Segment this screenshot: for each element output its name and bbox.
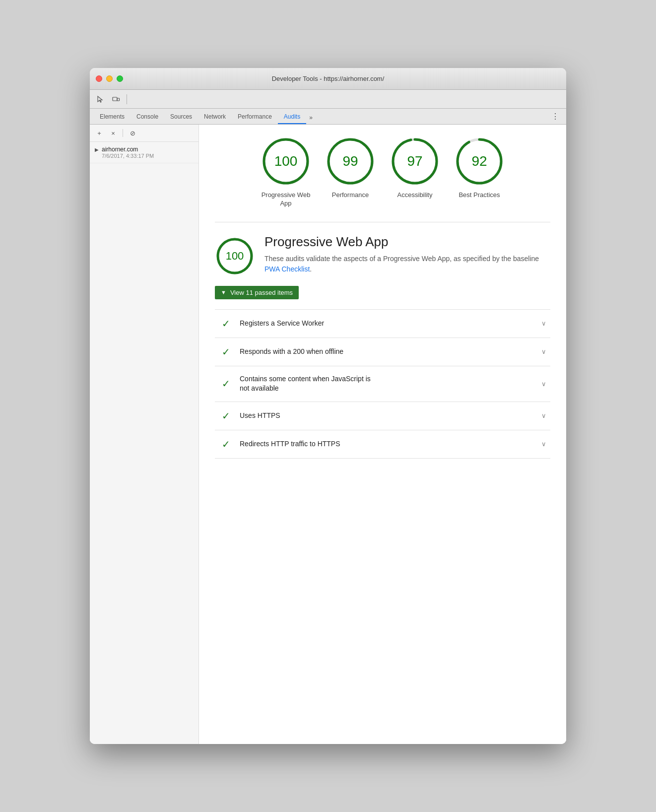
- audit-item-4[interactable]: ✓ Redirects HTTP traffic to HTTPS ∨: [215, 430, 550, 459]
- pwa-description: Progressive Web App These audits validat…: [264, 234, 550, 274]
- audit-item-2[interactable]: ✓ Contains some content when JavaScript …: [215, 366, 550, 402]
- score-label-1: Performance: [332, 191, 369, 200]
- title-bar: Developer Tools - https://airhorner.com/: [90, 68, 566, 90]
- chevron-icon-3: ∨: [541, 412, 546, 419]
- sidebar-item-arrow-icon: ▶: [95, 147, 99, 152]
- check-icon-4: ✓: [219, 438, 233, 450]
- main-toolbar: [90, 90, 566, 109]
- score-item-best-practices: 92 Best Practices: [455, 136, 504, 208]
- clear-audit-icon[interactable]: ×: [108, 128, 119, 138]
- content-area: 100 Progressive Web App 99 Performance 9…: [199, 125, 566, 744]
- sidebar-audit-item[interactable]: ▶ airhorner.com 7/6/2017, 4:33:17 PM: [90, 142, 198, 163]
- pwa-score-value: 100: [226, 250, 244, 263]
- svg-rect-1: [117, 98, 120, 101]
- score-item-accessibility: 97 Accessibility: [390, 136, 440, 208]
- audit-label-2: Contains some content when JavaScript is…: [240, 374, 534, 394]
- svg-rect-0: [113, 97, 117, 101]
- window-title: Developer Tools - https://airhorner.com/: [272, 75, 385, 82]
- view-passed-label: View 11 passed items: [230, 289, 293, 296]
- chevron-icon-0: ∨: [541, 320, 546, 327]
- score-label-0: Progressive Web App: [262, 191, 311, 208]
- audit-list: ✓ Registers a Service Worker ∨ ✓ Respond…: [215, 309, 550, 459]
- pwa-section-header: 100 Progressive Web App These audits val…: [215, 234, 550, 276]
- score-value-2: 97: [407, 153, 422, 169]
- tab-console[interactable]: Console: [131, 110, 164, 124]
- main-layout: + × ⊘ ▶ airhorner.com 7/6/2017, 4:33:17 …: [90, 125, 566, 744]
- devtools-menu-icon[interactable]: ⋮: [548, 109, 562, 124]
- score-label-3: Best Practices: [459, 191, 500, 200]
- sidebar-item-title: airhorner.com: [102, 146, 194, 153]
- sidebar-item-info: airhorner.com 7/6/2017, 4:33:17 PM: [102, 146, 194, 159]
- device-toggle-icon[interactable]: [110, 93, 123, 106]
- toolbar-separator: [127, 94, 127, 104]
- sidebar-toolbar-separator: [123, 129, 123, 137]
- close-button[interactable]: [96, 75, 102, 82]
- audit-item-0[interactable]: ✓ Registers a Service Worker ∨: [215, 310, 550, 338]
- check-icon-1: ✓: [219, 346, 233, 358]
- sidebar-item-date: 7/6/2017, 4:33:17 PM: [102, 153, 194, 159]
- scores-row: 100 Progressive Web App 99 Performance 9…: [215, 136, 550, 208]
- pwa-section-title: Progressive Web App: [264, 234, 550, 250]
- score-value-3: 92: [471, 153, 487, 169]
- chevron-icon-4: ∨: [541, 440, 546, 448]
- view-passed-arrow-icon: ▼: [221, 289, 226, 295]
- sidebar-toolbar: + × ⊘: [90, 125, 198, 142]
- tab-elements[interactable]: Elements: [94, 110, 131, 124]
- section-divider: [215, 222, 550, 222]
- more-tabs-button[interactable]: »: [306, 111, 316, 124]
- score-circle-1: 99: [326, 136, 375, 186]
- sidebar: + × ⊘ ▶ airhorner.com 7/6/2017, 4:33:17 …: [90, 125, 199, 744]
- traffic-lights: [96, 75, 123, 82]
- check-icon-2: ✓: [219, 378, 233, 390]
- view-passed-button[interactable]: ▼ View 11 passed items: [215, 286, 299, 299]
- pwa-checklist-link[interactable]: PWA Checklist: [264, 265, 310, 273]
- block-icon[interactable]: ⊘: [127, 128, 138, 138]
- tab-performance[interactable]: Performance: [232, 110, 278, 124]
- maximize-button[interactable]: [117, 75, 123, 82]
- audit-item-3[interactable]: ✓ Uses HTTPS ∨: [215, 402, 550, 430]
- score-value-0: 100: [274, 153, 298, 169]
- score-item-performance: 99 Performance: [326, 136, 375, 208]
- check-icon-0: ✓: [219, 318, 233, 330]
- pwa-score-circle: 100: [215, 236, 255, 276]
- check-icon-3: ✓: [219, 410, 233, 422]
- audit-label-3: Uses HTTPS: [240, 411, 534, 421]
- score-item-progressive-web-app: 100 Progressive Web App: [261, 136, 311, 208]
- score-circle-2: 97: [390, 136, 440, 186]
- cursor-tool-icon[interactable]: [94, 93, 107, 106]
- score-circle-0: 100: [261, 136, 311, 186]
- minimize-button[interactable]: [106, 75, 113, 82]
- browser-window: Developer Tools - https://airhorner.com/…: [90, 68, 566, 744]
- audit-item-1[interactable]: ✓ Responds with a 200 when offline ∨: [215, 338, 550, 366]
- add-audit-icon[interactable]: +: [94, 128, 105, 138]
- tab-audits[interactable]: Audits: [278, 110, 306, 124]
- score-circle-3: 92: [455, 136, 504, 186]
- pwa-description-text: These audits validate the aspects of a P…: [264, 254, 550, 274]
- nav-tabs: Elements Console Sources Network Perform…: [90, 109, 566, 125]
- audit-label-4: Redirects HTTP traffic to HTTPS: [240, 439, 534, 449]
- score-value-1: 99: [342, 153, 358, 169]
- tab-network[interactable]: Network: [198, 110, 232, 124]
- audit-label-0: Registers a Service Worker: [240, 319, 534, 329]
- chevron-icon-2: ∨: [541, 380, 546, 388]
- score-label-2: Accessibility: [397, 191, 433, 200]
- chevron-icon-1: ∨: [541, 348, 546, 355]
- audit-label-1: Responds with a 200 when offline: [240, 347, 534, 357]
- tab-sources[interactable]: Sources: [164, 110, 198, 124]
